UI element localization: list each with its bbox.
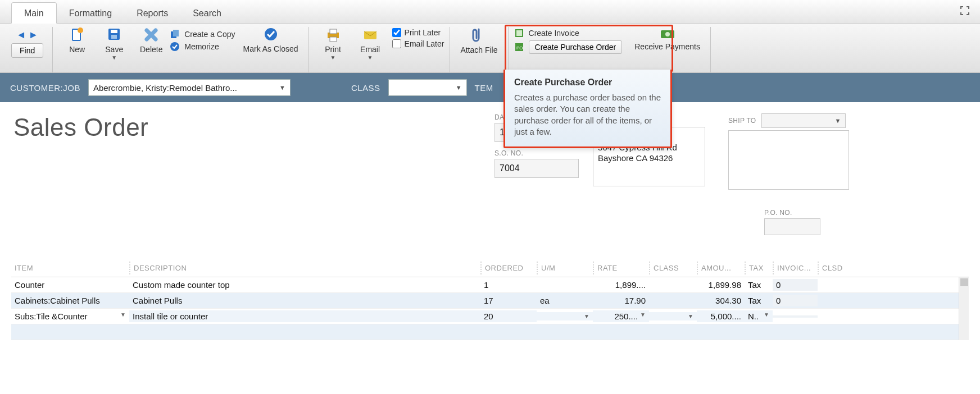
pono-field[interactable] — [764, 218, 820, 235]
email-icon — [362, 27, 379, 44]
svg-rect-11 — [330, 29, 337, 34]
svg-rect-15 — [516, 30, 522, 36]
delete-icon — [143, 27, 159, 44]
print-icon — [325, 27, 342, 44]
svg-text:PO: PO — [516, 45, 523, 51]
scroll-up-icon[interactable] — [960, 278, 968, 286]
col-description[interactable]: DESCRIPTION — [129, 262, 480, 274]
sono-field[interactable] — [494, 159, 579, 178]
print-button[interactable]: Print ▼ — [319, 27, 347, 61]
email-button[interactable]: Email ▼ — [356, 27, 384, 61]
memorize-icon — [170, 42, 180, 52]
class-label: CLASS — [351, 83, 380, 93]
tab-strip: Main Formatting Reports Search — [0, 0, 980, 24]
chevron-down-icon[interactable]: ▼ — [640, 311, 646, 318]
customer-job-label: CUSTOMER:JOB — [10, 83, 80, 93]
nav-prev-icon[interactable]: ◄ — [16, 29, 26, 41]
print-later-checkbox[interactable]: Print Later — [392, 28, 444, 37]
shipto-box[interactable] — [728, 130, 849, 190]
invoice-icon — [514, 28, 524, 38]
context-bar: CUSTOMER:JOB Abercrombie, Kristy:Remodel… — [0, 73, 980, 102]
chevron-down-icon: ▼ — [111, 54, 117, 61]
save-button[interactable]: Save ▼ — [100, 27, 128, 61]
pono-label: P.O. NO. — [764, 209, 820, 217]
nav-next-icon[interactable]: ► — [29, 29, 39, 41]
col-um[interactable]: U/M — [537, 262, 593, 274]
receive-payments-button[interactable]: Receive Payments — [634, 27, 700, 51]
create-invoice-button[interactable]: Create Invoice — [514, 28, 623, 38]
mark-closed-icon — [262, 27, 279, 44]
grid-header: ITEM DESCRIPTION ORDERED U/M RATE CLASS … — [11, 259, 969, 277]
payments-icon — [659, 27, 676, 42]
mark-closed-button[interactable]: Mark As Closed — [243, 27, 298, 53]
col-tax[interactable]: TAX — [745, 262, 773, 274]
tooltip-body: Creates a purchase order based on the sa… — [514, 92, 661, 138]
chevron-down-icon[interactable]: ▼ — [584, 313, 589, 319]
new-button[interactable]: New — [63, 27, 91, 54]
tab-reports[interactable]: Reports — [124, 3, 180, 23]
chevron-down-icon: ▼ — [330, 54, 336, 61]
col-class[interactable]: CLASS — [649, 262, 697, 274]
shipto-select[interactable]: ▼ — [761, 113, 846, 128]
chevron-down-icon: ▼ — [368, 54, 373, 61]
svg-point-8 — [170, 42, 179, 51]
memorize-button[interactable]: Memorize — [170, 42, 235, 52]
fullscreen-icon[interactable] — [960, 6, 970, 16]
po-icon: PO — [514, 42, 524, 52]
form-area: Sales Order DAT S.O. NO. x 5647 Cypress … — [0, 102, 980, 259]
find-button[interactable]: Find — [11, 43, 43, 58]
table-row[interactable]: Subs:Tile &Counter▼ Install tile or coun… — [11, 309, 959, 324]
delete-button[interactable]: Delete — [137, 27, 165, 54]
table-row[interactable]: Cabinets:Cabinet Pulls Cabinet Pulls 17 … — [11, 293, 959, 309]
attach-file-button[interactable]: Attach File — [460, 27, 497, 54]
create-copy-button[interactable]: Create a Copy — [170, 29, 235, 39]
table-row[interactable]: Counter Custom made counter top 1 1,899.… — [11, 277, 959, 293]
svg-rect-5 — [111, 35, 117, 39]
grid-body: Counter Custom made counter top 1 1,899.… — [11, 277, 969, 340]
tooltip-title: Create Purchase Order — [514, 77, 661, 88]
new-file-icon — [70, 27, 84, 44]
svg-rect-7 — [173, 30, 179, 36]
create-po-tooltip: Create Purchase Order Creates a purchase… — [503, 70, 672, 148]
svg-rect-4 — [111, 30, 117, 33]
class-combo[interactable]: ▼ — [388, 79, 467, 96]
line-items-grid: ITEM DESCRIPTION ORDERED U/M RATE CLASS … — [11, 259, 969, 340]
toolbar: ◄ ► Find New Save ▼ Delete Create a Copy — [0, 24, 980, 73]
svg-rect-12 — [330, 37, 337, 42]
col-amount[interactable]: AMOU... — [697, 262, 745, 274]
chevron-down-icon[interactable]: ▼ — [764, 311, 769, 318]
chevron-down-icon[interactable]: ▼ — [688, 313, 693, 319]
svg-point-19 — [665, 32, 670, 36]
save-icon — [107, 27, 121, 44]
create-purchase-order-button[interactable]: Create Purchase Order — [529, 40, 623, 54]
col-ordered[interactable]: ORDERED — [480, 262, 537, 274]
col-invoiced[interactable]: INVOIC... — [773, 262, 818, 274]
col-rate[interactable]: RATE — [593, 262, 649, 274]
scrollbar[interactable] — [959, 277, 969, 340]
svg-point-2 — [78, 28, 83, 33]
shipto-label: SHIP TO — [728, 117, 756, 125]
copy-icon — [170, 29, 180, 39]
sono-label: S.O. NO. — [494, 149, 579, 157]
template-label: TEM — [475, 83, 493, 93]
table-row-empty[interactable] — [11, 324, 959, 340]
chevron-down-icon[interactable]: ▼ — [120, 311, 126, 318]
email-later-checkbox[interactable]: Email Later — [392, 39, 444, 48]
paperclip-icon — [471, 27, 486, 45]
tab-main[interactable]: Main — [11, 2, 57, 24]
customer-job-combo[interactable]: Abercrombie, Kristy:Remodel Bathro...▼ — [88, 79, 291, 96]
col-item[interactable]: ITEM — [11, 262, 129, 274]
tab-formatting[interactable]: Formatting — [57, 3, 124, 23]
col-clsd[interactable]: CLSD — [818, 262, 849, 274]
tab-search[interactable]: Search — [180, 3, 234, 23]
